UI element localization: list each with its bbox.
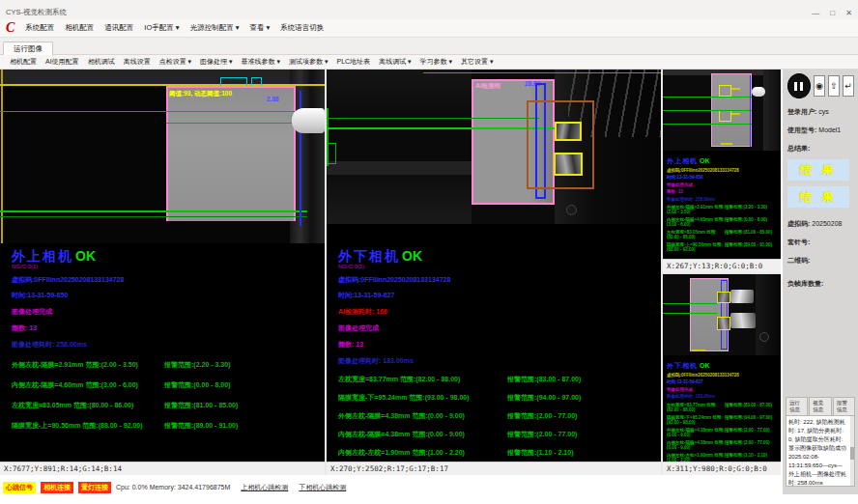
menu-item[interactable]: 通讯配置: [104, 23, 133, 33]
camera-button[interactable]: ◉: [814, 75, 825, 97]
green-guide-line: [663, 313, 717, 314]
total-result-label: 总结果:: [787, 145, 810, 152]
log-tab[interactable]: 运行信息: [786, 397, 808, 415]
menu-item[interactable]: 光源控制配置 ▾: [190, 23, 240, 33]
log-tab[interactable]: 视觉信息: [809, 397, 831, 415]
alarm-range: 报警范围:(2.00 - 77.00): [725, 428, 770, 437]
toolbar-items: 相机配置AI使用配置相机调试离线设置点检设置 ▾图像处理 ▾基准线参数 ▾测试项…: [10, 57, 494, 67]
minimize-button[interactable]: —: [812, 9, 819, 17]
log-text: 耗时: 222, 缺陷检测耗时: 17, 缺陷分类耗时: 0, 缺陷提取分区耗时…: [788, 419, 846, 486]
toolbar-item[interactable]: 学习参数 ▾: [420, 57, 452, 67]
menu-item[interactable]: 相机配置: [65, 23, 94, 33]
process-elapsed: 图像处理耗时: 258.00ms: [667, 197, 779, 202]
green-guide-line: [0, 216, 307, 217]
title-bar: CYS-视觉检测系统 — □ ✕: [0, 0, 858, 19]
alarm-range: 报警范围:(83.00 - 87.00): [507, 375, 581, 384]
virtual-code-value: 20250208: [812, 220, 842, 227]
green-guide-line: [0, 111, 301, 112]
virtual-code: 虚拟码:0FFIIinn20250208133134728: [12, 275, 321, 285]
alarm-range: 报警范围:(89.00 - 91.00): [725, 242, 772, 252]
toolbar-item[interactable]: 相机调试: [88, 57, 115, 67]
lower-camera-heartbeat-link[interactable]: 下相机心跳检测: [299, 483, 346, 492]
needle-label: 套针号:: [787, 238, 810, 245]
toolbar-item[interactable]: 离线调试 ▾: [379, 57, 411, 67]
log-scrollbar[interactable]: [850, 416, 854, 486]
menu-item[interactable]: 系统配置: [25, 23, 54, 33]
yellow-defect-box: [719, 85, 731, 97]
upload-button[interactable]: ⇧: [828, 75, 840, 97]
thumbnail-lower-camera[interactable]: 外下相机OK 虚拟码:0FFIIinn20250208133134728 时间:…: [663, 274, 781, 475]
toolbar-item[interactable]: 其它设置 ▾: [461, 57, 493, 67]
measurement-value: 隔膜宽度-下=95.24mm 范围:(93.00 - 98.00): [338, 393, 507, 403]
yellow-defect-box: [554, 153, 583, 176]
alarm-range: 报警范围:(94.00 - 97.00): [725, 415, 772, 425]
close-button[interactable]: ✕: [845, 9, 852, 17]
pixel-coords-thumb-bottom: X:311;Y:980;R:0;G:0;B:0: [663, 462, 781, 475]
measurement-value: 左枕宽度=83.77mm 范围:(82.00 - 88.00): [667, 403, 725, 412]
measurement-rows: 外侧左枕-隔膜=2.91mm 范围:(2.00 - 3.50) 报警范围:(2.…: [667, 205, 779, 252]
status-ok: OK: [402, 248, 422, 264]
result-box-lower: 结 果: [787, 186, 849, 208]
measurement-value: 左枕宽度=83.05mm 范围:(80.00 - 86.00): [12, 401, 164, 410]
camera-name: 外上相机: [12, 248, 73, 264]
heartbeat-badge: 心跳信号: [3, 482, 36, 493]
menu-item[interactable]: 查看 ▾: [249, 23, 270, 33]
yellow-mini-label: [692, 350, 705, 351]
capture-time: 时间:13-31-59-627: [667, 379, 779, 384]
maximize-button[interactable]: □: [830, 9, 835, 17]
measurement-value: 隔膜宽度-上=90.56mm 范围:(88.00 - 92.00): [667, 242, 725, 252]
thumb-image-lower: [663, 274, 781, 355]
virtual-code-label: 虚拟码:: [787, 220, 810, 227]
green-guide-line: [327, 127, 555, 129]
camera-image-upper[interactable]: 阈值:93, 动态阈值:100 2.88: [0, 70, 325, 243]
toolbar-item[interactable]: 基准线参数 ▾: [242, 57, 280, 67]
model-row: 使用型号: Model1: [787, 126, 854, 135]
measurement-row: 隔膜宽度-下=95.24mm 范围:(93.00 - 98.00) 报警范围:(…: [667, 415, 779, 425]
toolbar-item[interactable]: 点检设置 ▾: [159, 57, 191, 67]
middle-camera-panel: AI检测框 28.80 外下相机OK NG/C:0(1) 虚拟码:0FFIIin…: [327, 70, 661, 475]
log-body[interactable]: 耗时: 222, 缺陷检测耗时: 17, 缺陷分类耗时: 0, 缺陷提取分区耗时…: [786, 415, 855, 487]
alarm-range: 报警范围:(2.00 - 77.00): [507, 411, 577, 421]
scrollbar-thumb[interactable]: [850, 447, 854, 460]
yellow-mini-label: [731, 113, 740, 115]
measurement-value: 外侧左枕-隔膜=2.91mm 范围:(2.00 - 3.50): [12, 360, 164, 370]
return-button[interactable]: ↵: [843, 75, 854, 97]
machine-texture: [327, 70, 472, 224]
toolbar-item[interactable]: 离线设置: [124, 57, 151, 67]
brown-roi-box: [527, 100, 594, 189]
upper-camera-heartbeat-link[interactable]: 上相机心跳检测: [241, 483, 288, 492]
measurement-row: 隔膜宽度-上=90.56mm 范围:(88.00 - 92.00) 报警范围:(…: [12, 421, 321, 431]
alarm-range: 报警范围:(2.00 - 77.00): [725, 440, 770, 450]
pause-icon: [800, 82, 803, 91]
yellow-defect-box: [719, 110, 731, 122]
connector-part: [752, 87, 765, 97]
connector-part: [292, 108, 325, 133]
measurement-row: 左枕宽度=83.05mm 范围:(80.00 - 86.00) 报警范围:(81…: [667, 230, 779, 239]
log-tab[interactable]: 报警信息: [833, 397, 855, 415]
alarm-range: 报警范围:(1.10 - 2.10): [507, 448, 573, 458]
alarm-range: 报警范围:(81.00 - 85.00): [164, 401, 238, 410]
toolbar: 相机配置AI使用配置相机调试离线设置点检设置 ▾图像处理 ▾基准线参数 ▾测试项…: [0, 55, 858, 70]
camera-image-lower[interactable]: AI检测框 28.80: [327, 70, 661, 224]
menu-item[interactable]: 系统语言切换: [280, 23, 324, 33]
thumbnail-upper-camera[interactable]: 外上相机OK 虚拟码:0FFIIinn20250208133134728 时间:…: [663, 70, 781, 272]
yellow-defect-box: [555, 122, 582, 141]
toolbar-item[interactable]: 相机配置: [10, 57, 37, 67]
log-panel: 运行信息视觉信息报警信息 耗时: 222, 缺陷检测耗时: 17, 缺陷分类耗时…: [786, 397, 855, 487]
measurement-row: 内侧左枕-隔膜=4.38mm 范围:(0.00 - 9.00) 报警范围:(2.…: [667, 440, 779, 450]
camera-link-badge: 相机连接: [41, 482, 73, 493]
pause-button[interactable]: [787, 73, 811, 98]
process-elapsed: 图像处理耗时: 258.00ms: [12, 340, 321, 350]
capture-time: 时间:13-31-59-650: [667, 175, 779, 180]
toolbar-item[interactable]: PLC地址表: [337, 57, 371, 67]
toolbar-item[interactable]: AI使用配置: [45, 57, 79, 67]
process-done: 图像处理完成: [12, 307, 321, 317]
yellow-guide-hline: [423, 72, 661, 73]
thumb-text-lower: 外下相机OK 虚拟码:0FFIIinn20250208133134728 时间:…: [667, 361, 779, 475]
menu-bar: C 系统配置相机配置通讯配置IO手配置 ▾光源控制配置 ▾查看 ▾系统语言切换: [0, 19, 858, 38]
pause-icon: [794, 82, 797, 91]
menu-item[interactable]: IO手配置 ▾: [144, 23, 179, 33]
toolbar-item[interactable]: 图像处理 ▾: [200, 57, 232, 67]
left-camera-panel: 阈值:93, 动态阈值:100 2.88 外上相机OK NG/C:0(1) 虚拟…: [0, 70, 325, 475]
toolbar-item[interactable]: 测试项参数 ▾: [289, 57, 328, 67]
